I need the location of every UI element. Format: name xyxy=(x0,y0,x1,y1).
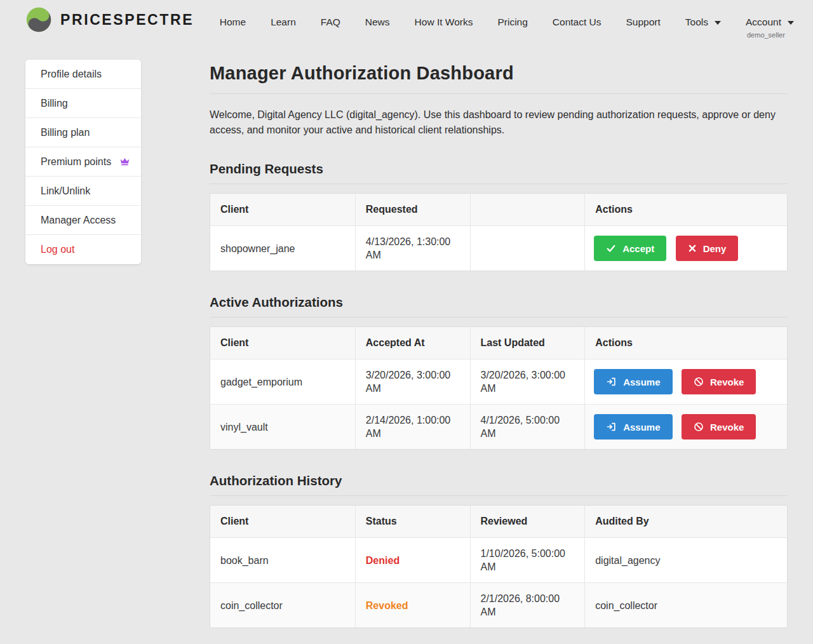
title-divider xyxy=(210,93,788,94)
section-divider xyxy=(210,317,788,318)
nav-tools-label: Tools xyxy=(685,16,708,29)
accepted-at-cell: 3/20/2026, 3:00:00 AM xyxy=(356,359,471,405)
table-row: shopowner_jane 4/13/2026, 1:30:00 AM Acc… xyxy=(210,226,787,271)
brand[interactable]: PRICESPECTRE xyxy=(25,6,194,33)
nav-support[interactable]: Support xyxy=(626,16,661,29)
sidebar-item-label: Manager Access xyxy=(41,215,116,226)
content-area: Profile details Billing Billing plan Pre… xyxy=(0,39,813,628)
sidebar-item-log-out[interactable]: Log out xyxy=(25,235,141,264)
sidebar-item-label: Log out xyxy=(41,244,74,255)
authorization-history-table: Client Status Reviewed Audited By book_b… xyxy=(210,505,788,628)
ban-icon xyxy=(694,377,704,387)
table-row: book_barn Denied 1/10/2026, 5:00:00 AM d… xyxy=(210,538,787,583)
assume-button-label: Assume xyxy=(623,422,660,433)
deny-button[interactable]: Deny xyxy=(676,236,739,261)
table-header-row: Client Requested Actions xyxy=(210,194,787,226)
nav-account-block: Account demo_seller xyxy=(746,16,794,39)
nav-account-label: Account xyxy=(746,16,781,29)
active-authorizations-table: Client Accepted At Last Updated Actions … xyxy=(210,326,788,450)
pending-requests-heading: Pending Requests xyxy=(210,161,788,177)
nav-pricing[interactable]: Pricing xyxy=(497,16,527,29)
table-row: vinyl_vault 2/14/2026, 1:00:00 AM 4/1/20… xyxy=(210,405,787,449)
nav-learn[interactable]: Learn xyxy=(271,16,296,29)
status-badge: Revoked xyxy=(366,600,408,611)
account-username: demo_seller xyxy=(746,31,785,39)
check-icon xyxy=(606,243,616,253)
status-badge: Denied xyxy=(366,555,400,566)
actions-cell: Assume Revoke xyxy=(585,359,787,405)
column-header-client: Client xyxy=(210,194,356,226)
sidebar-item-label: Billing xyxy=(41,98,68,109)
page-footer: © 2009–2026 NullApps LLC Privacy Policy … xyxy=(0,628,813,644)
requested-cell: 4/13/2026, 1:30:00 AM xyxy=(356,226,471,271)
sidebar-item-label: Premium points xyxy=(41,156,111,168)
column-header-accepted-at: Accepted At xyxy=(356,327,471,359)
status-cell: Revoked xyxy=(356,583,471,627)
column-header-actions: Actions xyxy=(585,327,787,359)
chevron-down-icon xyxy=(788,21,794,25)
pending-requests-table: Client Requested Actions shopowner_jane … xyxy=(210,193,788,271)
active-authorizations-heading: Active Authorizations xyxy=(210,295,788,310)
column-header-actions: Actions xyxy=(585,194,787,226)
accepted-at-cell: 2/14/2026, 1:00:00 AM xyxy=(356,405,471,449)
deny-button-label: Deny xyxy=(703,243,727,254)
nav-contact-us[interactable]: Contact Us xyxy=(553,16,601,29)
table-row: gadget_emporium 3/20/2026, 3:00:00 AM 3/… xyxy=(210,359,787,405)
client-cell: coin_collector xyxy=(210,583,356,627)
sidebar-item-manager-access[interactable]: Manager Access xyxy=(25,206,141,235)
client-cell: shopowner_jane xyxy=(210,226,356,271)
nav-tools-dropdown[interactable]: Tools xyxy=(685,16,721,29)
actions-cell: Assume Revoke xyxy=(585,405,787,449)
account-sidebar: Profile details Billing Billing plan Pre… xyxy=(25,60,141,264)
last-updated-cell: 3/20/2026, 3:00:00 AM xyxy=(471,359,586,405)
accept-button-label: Accept xyxy=(622,243,654,254)
assume-button[interactable]: Assume xyxy=(594,414,672,439)
sidebar-item-label: Profile details xyxy=(41,69,102,80)
column-header-client: Client xyxy=(210,327,356,359)
brand-name: PRICESPECTRE xyxy=(60,11,194,29)
times-icon xyxy=(688,244,697,253)
reviewed-cell: 2/1/2026, 8:00:00 AM xyxy=(471,583,586,627)
client-cell: book_barn xyxy=(210,538,356,583)
sidebar-item-profile-details[interactable]: Profile details xyxy=(25,60,141,89)
revoke-button-label: Revoke xyxy=(710,422,744,433)
accept-button[interactable]: Accept xyxy=(594,236,666,261)
assume-button-label: Assume xyxy=(623,377,660,387)
top-nav: PRICESPECTRE Home Learn FAQ News How It … xyxy=(0,0,813,39)
pricespectre-logo-icon xyxy=(25,6,52,33)
ban-icon xyxy=(694,422,704,432)
page-title: Manager Authorization Dashboard xyxy=(210,63,788,84)
sidebar-item-label: Billing plan xyxy=(41,127,90,138)
crown-icon xyxy=(119,157,130,166)
client-cell: vinyl_vault xyxy=(210,405,356,449)
nav-home[interactable]: Home xyxy=(220,16,246,29)
sign-in-icon xyxy=(606,377,617,387)
column-header-requested: Requested xyxy=(356,194,471,226)
actions-cell: Accept Deny xyxy=(585,226,787,271)
table-header-row: Client Status Reviewed Audited By xyxy=(210,506,787,538)
main-panel: Manager Authorization Dashboard Welcome,… xyxy=(210,59,788,628)
audited-by-cell: coin_collector xyxy=(585,583,787,627)
assume-button[interactable]: Assume xyxy=(594,369,672,394)
section-divider xyxy=(210,184,788,184)
nav-how-it-works[interactable]: How It Works xyxy=(415,16,473,29)
nav-account-dropdown[interactable]: Account xyxy=(746,16,794,29)
column-header-reviewed: Reviewed xyxy=(471,506,586,538)
sidebar-item-billing[interactable]: Billing xyxy=(25,89,141,118)
client-cell: gadget_emporium xyxy=(210,359,356,405)
sidebar-item-link-unlink[interactable]: Link/Unlink xyxy=(25,177,141,206)
column-header-status: Status xyxy=(356,506,471,538)
column-header-last-updated: Last Updated xyxy=(471,327,586,359)
nav-news[interactable]: News xyxy=(365,16,390,29)
column-header-client: Client xyxy=(210,506,356,538)
section-divider xyxy=(210,495,788,496)
sign-in-icon xyxy=(606,422,617,432)
revoke-button[interactable]: Revoke xyxy=(682,369,756,394)
revoke-button[interactable]: Revoke xyxy=(682,414,756,439)
sidebar-item-billing-plan[interactable]: Billing plan xyxy=(25,118,141,147)
sidebar-item-premium-points[interactable]: Premium points xyxy=(25,147,141,177)
nav-faq[interactable]: FAQ xyxy=(321,16,340,29)
column-header-audited-by: Audited By xyxy=(585,506,787,538)
reviewed-cell: 1/10/2026, 5:00:00 AM xyxy=(471,538,586,583)
table-row: coin_collector Revoked 2/1/2026, 8:00:00… xyxy=(210,583,787,627)
